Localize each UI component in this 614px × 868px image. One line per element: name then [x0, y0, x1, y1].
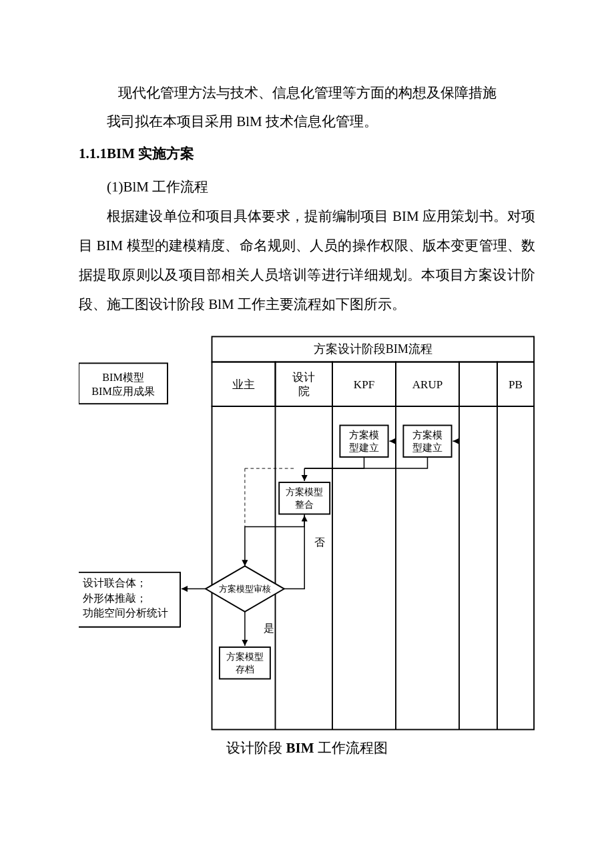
svg-rect-13 [79, 363, 168, 404]
doc-title: 现代化管理方法与技术、信息化管理等方面的构想及保障措施 [79, 80, 535, 107]
svg-rect-2 [276, 362, 333, 406]
left-box1-l1: BIM模型 [102, 372, 144, 383]
col-design-1: 设计 [292, 371, 315, 384]
section-heading: 1.1.1BIM 实施方案 [79, 139, 535, 168]
intro-paragraph: 我司拟在本项目采用 BlM 技术信息化管理。 [79, 107, 535, 136]
label-yes: 是 [264, 622, 274, 634]
left-box2-l3: 功能空间分析统计 [83, 607, 168, 618]
left-box2-l2: 外形体推敲； [83, 592, 147, 603]
col-design-2: 院 [298, 384, 310, 397]
box-merge-l2: 整合 [295, 499, 314, 510]
svg-text:方案模型审核: 方案模型审核 [219, 584, 271, 594]
label-no: 否 [314, 536, 325, 548]
box-merge-l1: 方案模型 [286, 486, 323, 497]
left-box1-l2: BIM应用成果 [91, 385, 155, 396]
box-kpf-l2: 型建立 [349, 441, 379, 452]
left-box2-l1: 设计联合体； [83, 576, 147, 588]
svg-rect-5 [459, 362, 497, 406]
diagram-header: 方案设计阶段BIM流程 [314, 342, 432, 356]
col-kpf: KPF [354, 378, 374, 391]
flowchart-diagram: 方案设计阶段BIM流程 业主 设计 院 KPF ARUP PB BIM [79, 326, 535, 740]
box-archive-l1: 方案模型 [226, 651, 264, 662]
box-arup-l1: 方案模 [412, 428, 442, 440]
box-archive-l2: 存档 [236, 664, 254, 675]
box-kpf-l1: 方案模 [349, 428, 379, 440]
box-arup-l2: 型建立 [412, 441, 442, 452]
figure-caption: 设计阶段 BIM 工作流程图 [79, 739, 535, 757]
decision-diamond: 方案模型审核 [206, 566, 284, 611]
subheading-1: (1)BlM 工作流程 [79, 172, 535, 201]
body-paragraph-1: 根据建设单位和项目具体要求，提前编制项目 BIM 应用策划书。对项目 BIM 模… [79, 201, 535, 319]
col-pb: PB [509, 378, 523, 391]
col-arup: ARUP [412, 378, 443, 391]
col-owner: 业主 [232, 378, 255, 391]
